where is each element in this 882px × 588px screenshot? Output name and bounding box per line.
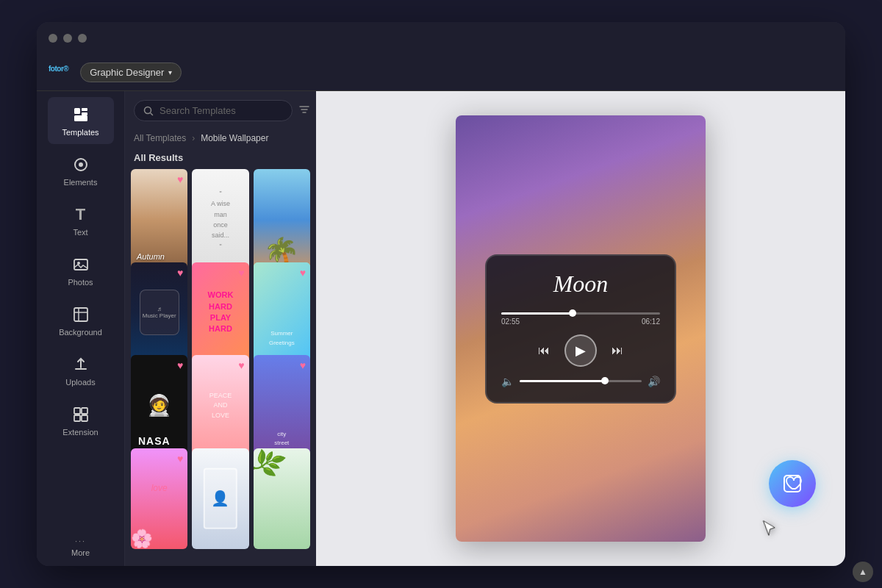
text-icon: T	[71, 204, 91, 225]
canvas-preview: Moon 02:55 06:12	[456, 115, 706, 542]
template-card[interactable]: ♥ SummerGreetings	[254, 262, 310, 364]
volume-bar[interactable]	[520, 380, 642, 382]
top-bar: fotor® Graphic Designer ▾	[37, 54, 845, 91]
svg-rect-1	[82, 108, 87, 111]
uploads-icon	[71, 354, 91, 375]
sidebar-item-photos[interactable]: Photos	[48, 247, 114, 294]
titlebar	[37, 22, 845, 54]
template-card[interactable]: 🌿	[254, 448, 310, 550]
sidebar-item-background[interactable]: Background	[48, 297, 114, 344]
text-label: Text	[73, 228, 87, 237]
template-quote: "A wise manonce said..."	[207, 188, 235, 251]
heart-icon: ♥	[238, 359, 244, 371]
templates-label: Templates	[62, 128, 98, 137]
svg-point-5	[79, 162, 83, 167]
search-input[interactable]	[159, 105, 283, 116]
extension-icon	[71, 404, 91, 425]
sidebar-item-elements[interactable]: Elements	[48, 147, 114, 194]
elements-label: Elements	[64, 178, 98, 187]
templates-panel: All Templates › Mobile Wallpaper All Res…	[125, 91, 316, 566]
volume-low-icon: 🔈	[501, 376, 514, 387]
photos-label: Photos	[68, 278, 93, 287]
more-menu[interactable]: ··· More	[62, 528, 98, 566]
search-box	[134, 100, 293, 121]
template-card[interactable]: "A wise manonce said..."	[192, 169, 248, 270]
template-card[interactable]: 🌴	[254, 169, 310, 270]
svg-rect-8	[74, 308, 87, 321]
progress-dot	[569, 309, 576, 317]
app-window: fotor® Graphic Designer ▾	[37, 22, 845, 566]
maximize-button[interactable]	[78, 34, 87, 43]
template-card[interactable]: ♥ citystreet	[254, 355, 310, 456]
chevron-down-icon: ▾	[168, 68, 172, 76]
time-total: 06:12	[642, 318, 660, 326]
heart-icon: ♥	[177, 453, 183, 465]
app-body: Templates Elements T Text	[37, 91, 845, 566]
heart-icon: ♥	[238, 267, 244, 279]
template-card[interactable]: ♥ WORKHARDPLAYHARD	[192, 262, 248, 363]
cursor-indicator	[759, 517, 781, 545]
player-progress: 02:55 06:12	[501, 312, 660, 326]
template-card[interactable]: ♥ 🧑‍🚀 NASA	[131, 355, 187, 456]
svg-rect-2	[82, 112, 87, 115]
svg-rect-11	[74, 415, 80, 421]
rewind-button[interactable]: ⏮	[538, 344, 550, 357]
player-controls: ⏮ ▶ ⏭	[501, 334, 660, 367]
progress-fill	[501, 312, 573, 315]
breadcrumb-parent[interactable]: All Templates	[134, 133, 186, 143]
logo: fotor®	[49, 65, 68, 80]
background-icon	[71, 304, 91, 325]
time-current: 02:55	[501, 318, 520, 326]
peace-label: PEACEANDLOVE	[209, 390, 232, 420]
leaves-icon: 🌿	[254, 448, 288, 481]
template-label: WORKHARDPLAYHARD	[208, 290, 234, 335]
uploads-label: Uploads	[65, 378, 95, 387]
template-card[interactable]: ♥ 🌸 love	[131, 448, 187, 549]
svg-rect-12	[82, 415, 87, 421]
nasa-label: NASA	[138, 435, 171, 447]
search-icon	[143, 106, 154, 116]
close-button[interactable]	[49, 34, 57, 43]
time-labels: 02:55 06:12	[501, 318, 660, 326]
breadcrumb: All Templates › Mobile Wallpaper	[125, 130, 316, 149]
love-label: love	[151, 483, 168, 493]
template-card[interactable]: ♥ PEACEANDLOVE	[192, 355, 248, 456]
search-area	[125, 91, 316, 130]
template-card[interactable]: 👤	[192, 448, 248, 549]
flower-icon: 🌸	[131, 528, 153, 549]
svg-point-13	[145, 107, 151, 113]
main-canvas: Moon 02:55 06:12	[316, 91, 845, 566]
filter-icon[interactable]	[298, 104, 310, 118]
sidebar-item-text[interactable]: T Text	[48, 197, 114, 244]
heart-icon: ♥	[300, 267, 306, 279]
minimize-button[interactable]	[63, 34, 72, 43]
progress-bar[interactable]	[501, 312, 660, 315]
volume-high-icon: 🔊	[648, 376, 660, 387]
heart-fab-icon	[781, 473, 803, 495]
volume-dot	[601, 377, 609, 384]
template-card[interactable]: ♥ Autumn	[131, 169, 187, 270]
heart-icon: ♥	[177, 359, 183, 371]
template-label: Autumn	[137, 252, 165, 261]
designer-dropdown[interactable]: Graphic Designer ▾	[80, 62, 182, 82]
sidebar-item-templates[interactable]: Templates	[48, 97, 114, 144]
background-label: Background	[59, 328, 102, 337]
sidebar: Templates Elements T Text	[37, 91, 125, 566]
results-label: All Results	[125, 149, 316, 169]
sidebar-item-uploads[interactable]: Uploads	[48, 347, 114, 394]
breadcrumb-current: Mobile Wallpaper	[201, 133, 268, 143]
fast-forward-button[interactable]: ⏭	[612, 344, 623, 357]
extension-label: Extension	[62, 428, 98, 437]
favorite-fab-button[interactable]	[769, 460, 816, 507]
svg-rect-9	[74, 408, 80, 414]
play-button[interactable]: ▶	[564, 334, 597, 367]
canvas-background: Moon 02:55 06:12	[456, 115, 706, 542]
heart-icon: ♥	[177, 173, 183, 185]
template-card[interactable]: ♥ ♬Music Player	[131, 262, 187, 363]
volume-fill	[520, 380, 605, 382]
svg-rect-3	[74, 115, 87, 121]
volume-row: 🔈 🔊	[501, 376, 660, 387]
more-label: More	[71, 548, 90, 557]
sidebar-item-extension[interactable]: Extension	[48, 397, 114, 444]
player-title: Moon	[501, 270, 660, 298]
